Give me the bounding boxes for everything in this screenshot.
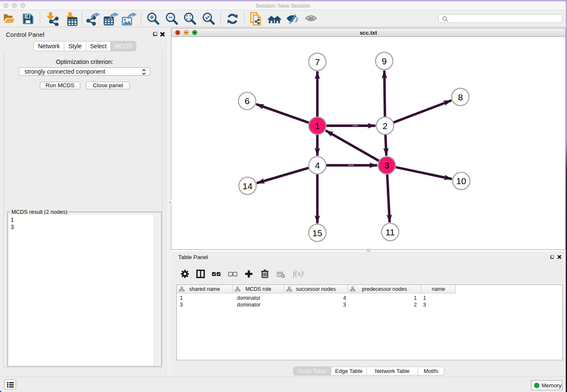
svg-text:10: 10 xyxy=(456,176,466,186)
svg-text:1: 1 xyxy=(315,121,320,131)
svg-text:4: 4 xyxy=(315,160,320,170)
svg-text:3: 3 xyxy=(384,160,389,170)
svg-text:11: 11 xyxy=(385,227,395,237)
svg-text:9: 9 xyxy=(382,56,387,66)
svg-text:6: 6 xyxy=(245,96,250,106)
svg-text:15: 15 xyxy=(312,228,322,238)
svg-text:8: 8 xyxy=(458,92,463,102)
svg-text:7: 7 xyxy=(315,57,320,67)
svg-text:2: 2 xyxy=(383,121,388,131)
svg-text:14: 14 xyxy=(242,181,253,191)
